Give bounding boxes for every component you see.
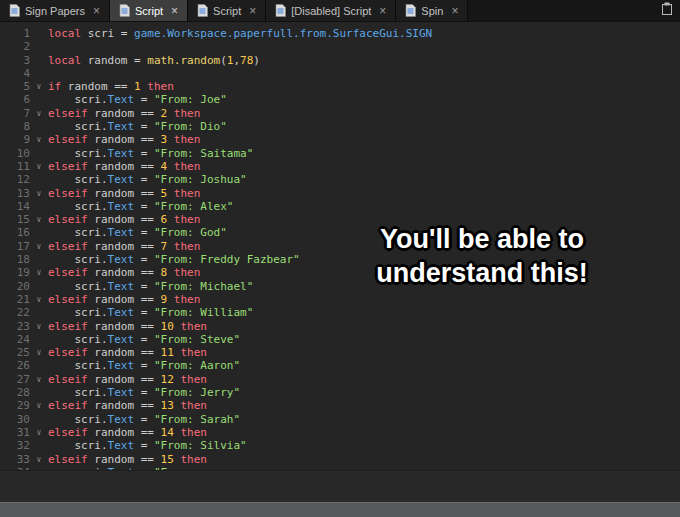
tab-label: Spin xyxy=(421,5,443,17)
fold-chevron-icon[interactable]: ∨ xyxy=(30,213,48,226)
fold-gutter xyxy=(30,54,48,67)
fold-chevron-icon[interactable]: ∨ xyxy=(30,133,48,146)
tab-script[interactable]: Script× xyxy=(188,0,266,21)
close-tab-icon[interactable]: × xyxy=(171,5,178,17)
code-line: 31∨elseif random == 14 then xyxy=(0,426,680,439)
code-text: elseif random == 10 then xyxy=(48,320,207,333)
code-text: if random == 1 then xyxy=(48,80,174,93)
code-line: 24 scri.Text = "From: Steve" xyxy=(0,333,680,346)
line-number: 13 xyxy=(0,187,30,200)
line-number: 11 xyxy=(0,160,30,173)
overlay-caption-line1: You'll be able to xyxy=(348,222,616,256)
fold-chevron-icon[interactable]: ∨ xyxy=(30,160,48,173)
line-number: 18 xyxy=(0,253,30,266)
code-text: scri.Text = "From: William" xyxy=(48,306,253,319)
code-text: scri.Text = "From: Joshua" xyxy=(48,173,247,186)
fold-chevron-icon[interactable]: ∨ xyxy=(30,187,48,200)
line-number: 2 xyxy=(0,40,30,53)
code-text: elseif random == 6 then xyxy=(48,213,200,226)
close-tab-icon[interactable]: × xyxy=(451,5,458,17)
fold-chevron-icon[interactable]: ∨ xyxy=(30,346,48,359)
script-icon xyxy=(197,4,208,17)
line-number: 5 xyxy=(0,80,30,93)
fold-gutter xyxy=(30,67,48,80)
fold-chevron-icon[interactable]: ∨ xyxy=(30,453,48,466)
tab-script[interactable]: Script× xyxy=(110,0,188,21)
script-editor-window: Sign Papers×Script×Script×[Disabled] Scr… xyxy=(0,0,680,517)
code-text: elseif random == 2 then xyxy=(48,107,200,120)
script-icon xyxy=(275,4,286,17)
line-number: 32 xyxy=(0,439,30,452)
code-line: 6 scri.Text = "From: Joe" xyxy=(0,93,680,106)
fold-chevron-icon[interactable]: ∨ xyxy=(30,107,48,120)
tab-list: Sign Papers×Script×Script×[Disabled] Scr… xyxy=(0,0,468,21)
fold-chevron-icon[interactable]: ∨ xyxy=(30,399,48,412)
code-line: 4 xyxy=(0,67,680,80)
tab-spin[interactable]: Spin× xyxy=(396,0,468,21)
line-number: 10 xyxy=(0,147,30,160)
fold-chevron-icon[interactable]: ∨ xyxy=(30,266,48,279)
code-line: 5∨if random == 1 then xyxy=(0,80,680,93)
code-text: elseif random == 7 then xyxy=(48,240,200,253)
fold-chevron-icon[interactable]: ∨ xyxy=(30,293,48,306)
line-number: 17 xyxy=(0,240,30,253)
line-number: 15 xyxy=(0,213,30,226)
code-line: 13∨elseif random == 5 then xyxy=(0,187,680,200)
line-number: 14 xyxy=(0,200,30,213)
code-line: 21∨elseif random == 9 then xyxy=(0,293,680,306)
line-number: 29 xyxy=(0,399,30,412)
line-number: 27 xyxy=(0,373,30,386)
dock-panel-icon[interactable] xyxy=(661,1,673,20)
fold-gutter xyxy=(30,306,48,319)
line-number: 24 xyxy=(0,333,30,346)
code-line: 1local scri = game.Workspace.paperfull.f… xyxy=(0,27,680,40)
line-number: 1 xyxy=(0,27,30,40)
code-text: local scri = game.Workspace.paperfull.fr… xyxy=(48,27,432,40)
tab-sign-papers[interactable]: Sign Papers× xyxy=(0,0,110,21)
line-number: 31 xyxy=(0,426,30,439)
fold-chevron-icon[interactable]: ∨ xyxy=(30,320,48,333)
line-number: 26 xyxy=(0,359,30,372)
code-text: elseif random == 15 then xyxy=(48,453,207,466)
window-background-strip xyxy=(0,502,680,517)
code-text: local random = math.random(1,78) xyxy=(48,54,260,67)
tab-label: Script xyxy=(135,5,163,17)
code-text: elseif random == 5 then xyxy=(48,187,200,200)
tab-bar: Sign Papers×Script×Script×[Disabled] Scr… xyxy=(0,0,680,22)
code-text: elseif random == 12 then xyxy=(48,373,207,386)
horizontal-scrollbar-track[interactable] xyxy=(0,470,680,502)
line-number: 19 xyxy=(0,266,30,279)
fold-gutter xyxy=(30,386,48,399)
script-icon xyxy=(119,4,130,17)
code-line: 23∨elseif random == 10 then xyxy=(0,320,680,333)
fold-gutter xyxy=(30,173,48,186)
fold-chevron-icon[interactable]: ∨ xyxy=(30,426,48,439)
fold-gutter xyxy=(30,93,48,106)
fold-gutter xyxy=(30,253,48,266)
code-text: scri.Text = "From: Silvia" xyxy=(48,439,247,452)
close-tab-icon[interactable]: × xyxy=(379,5,386,17)
code-text: scri.Text = "From: Alex" xyxy=(48,200,233,213)
code-text: scri.Text = "From: God" xyxy=(48,226,227,239)
overlay-caption: You'll be able to understand this! xyxy=(348,222,616,290)
code-text: elseif random == 3 then xyxy=(48,133,200,146)
fold-chevron-icon[interactable]: ∨ xyxy=(30,240,48,253)
code-line: 7∨elseif random == 2 then xyxy=(0,107,680,120)
line-number: 16 xyxy=(0,226,30,239)
close-tab-icon[interactable]: × xyxy=(249,5,256,17)
line-number: 28 xyxy=(0,386,30,399)
code-line: 14 scri.Text = "From: Alex" xyxy=(0,200,680,213)
tab-label: Sign Papers xyxy=(25,5,85,17)
line-number: 21 xyxy=(0,293,30,306)
fold-gutter xyxy=(30,333,48,346)
code-text: elseif random == 4 then xyxy=(48,160,200,173)
line-number: 9 xyxy=(0,133,30,146)
close-tab-icon[interactable]: × xyxy=(93,5,100,17)
code-text: scri.Text = "From: Jerry" xyxy=(48,386,240,399)
tab-disabled-script[interactable]: [Disabled] Script× xyxy=(266,0,396,21)
tab-bar-tools xyxy=(661,0,680,21)
code-text: scri.Text = "From: Michael" xyxy=(48,280,253,293)
fold-chevron-icon[interactable]: ∨ xyxy=(30,373,48,386)
fold-chevron-icon[interactable]: ∨ xyxy=(30,80,48,93)
script-icon xyxy=(9,4,20,17)
